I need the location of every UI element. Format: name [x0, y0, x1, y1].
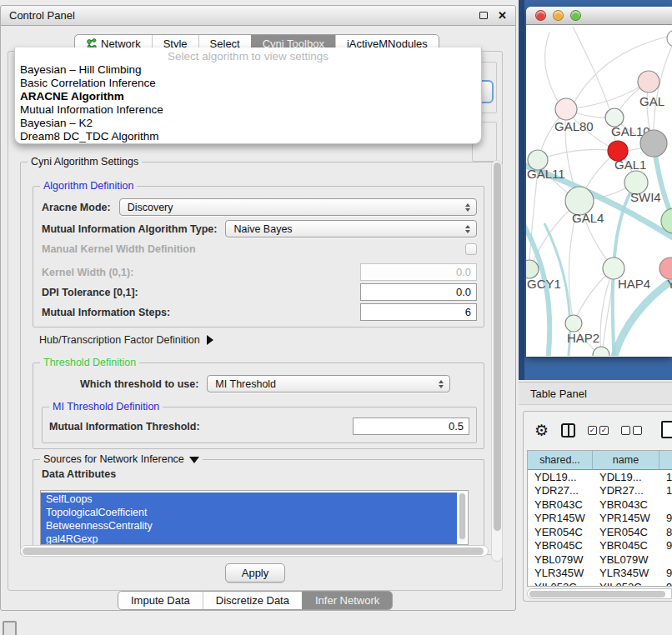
- node-top-partial[interactable]: [667, 30, 672, 47]
- network-edge[interactable]: [573, 27, 609, 109]
- algorithm-option[interactable]: Mutual Information Inference: [15, 103, 481, 117]
- node-gcy1[interactable]: [526, 260, 539, 278]
- data-attributes-list[interactable]: SelfLoopsTopologicalCoefficientBetweenne…: [40, 490, 469, 545]
- network-canvas[interactable]: GALGAL80GAL10GAL1GAL11SWI4GAL4GCY1HAP4YH…: [526, 25, 672, 356]
- attribute-item[interactable]: SelfLoops: [41, 492, 457, 506]
- settings-vertical-scrollbar[interactable]: [491, 160, 503, 562]
- which-threshold-value: MI Threshold: [215, 378, 276, 390]
- algorithm-dropdown-popup: Select algorithm to view settings Bayesi…: [14, 48, 482, 144]
- network-edge[interactable]: [538, 149, 618, 160]
- node-gal-cut-label: GAL: [639, 94, 664, 108]
- columns-icon[interactable]: [561, 423, 575, 438]
- mi-threshold-field[interactable]: 0.5: [353, 418, 469, 435]
- sources-group: Sources for Network Inference Data Attri…: [33, 459, 484, 554]
- table-cell: 13: [659, 470, 672, 484]
- table-horizontal-scrollbar[interactable]: [527, 588, 672, 599]
- attribute-item[interactable]: gal4RGexp: [41, 532, 457, 545]
- threshold-definition-group: Threshold Definition Which threshold to …: [33, 362, 484, 449]
- node-gcy1-label: GCY1: [527, 277, 561, 291]
- tab-impute-data[interactable]: Impute Data: [118, 592, 203, 609]
- select-columns-icon[interactable]: ✓✓: [588, 426, 609, 435]
- cyni-algorithm-settings-group: Cyni Algorithm Settings Algorithm Defini…: [20, 162, 495, 555]
- table-header-cell[interactable]: name: [593, 451, 659, 470]
- node-hap2[interactable]: [565, 315, 582, 332]
- mi-algorithm-type-combobox[interactable]: Naive Bayes: [225, 220, 477, 238]
- table-cell: 12: [659, 484, 672, 498]
- algorithm-option[interactable]: Dream8 DC_TDC Algorithm: [15, 130, 481, 143]
- deselect-columns-icon[interactable]: [621, 426, 642, 435]
- table-row[interactable]: YDL19...YDL19...13: [528, 470, 672, 484]
- float-window-icon[interactable]: [479, 12, 488, 19]
- zoom-traffic-light-icon[interactable]: [570, 10, 581, 21]
- table-cell: [659, 498, 672, 512]
- table-row[interactable]: YER054CYER054C8.: [528, 525, 672, 539]
- table-cell: YDL19...: [593, 470, 659, 484]
- network-edge[interactable]: [654, 38, 672, 143]
- table-panel-body: ⚙ ✓✓ shared...name YDL19...YDL19...13YDR…: [523, 411, 672, 602]
- aracne-mode-combobox[interactable]: Discovery: [119, 198, 477, 216]
- node-table[interactable]: shared...name YDL19...YDL19...13YDR27...…: [527, 450, 672, 587]
- minimize-traffic-light-icon[interactable]: [553, 10, 564, 21]
- tab-discretize-data[interactable]: Discretize Data: [203, 592, 302, 609]
- close-icon[interactable]: ✕: [498, 9, 507, 22]
- table-row[interactable]: YBL079WYBL079W: [528, 552, 672, 567]
- algorithm-option[interactable]: ARACNE Algorithm: [15, 90, 481, 103]
- table-cell: YBL079W: [528, 552, 593, 567]
- expander-arrow-icon: [207, 335, 213, 345]
- node-bottom-partial[interactable]: [593, 347, 609, 356]
- which-threshold-combobox[interactable]: MI Threshold: [207, 375, 450, 392]
- table-row[interactable]: YPR145WYPR145W9.: [528, 512, 672, 526]
- cyni-bottom-tabs: Impute DataDiscretize DataInfer Network: [118, 591, 393, 610]
- mi-threshold-group-title: MI Threshold Definition: [49, 401, 163, 412]
- dpi-tolerance-field[interactable]: 0.0: [360, 283, 477, 301]
- table-header-cell[interactable]: [659, 451, 672, 470]
- attribute-item[interactable]: BetweennessCentrality: [41, 519, 457, 532]
- kernel-width-field: 0.0: [360, 263, 477, 281]
- minimized-panel-icon[interactable]: [3, 621, 17, 635]
- which-threshold-label: Which threshold to use:: [80, 378, 198, 390]
- table-row[interactable]: YBR045CYBR045C9.: [528, 539, 672, 553]
- manual-kernel-width-label: Manual Kernel Width Definition: [42, 243, 196, 255]
- apply-button[interactable]: Apply: [225, 563, 285, 582]
- table-cell: YDR27...: [593, 484, 659, 498]
- table-cell: YER054C: [593, 525, 659, 539]
- aracne-mode-label: Aracne Mode:: [42, 202, 111, 213]
- node-gal4-label: GAL4: [572, 211, 604, 225]
- algorithm-option[interactable]: Bayesian – Hill Climbing: [15, 63, 481, 77]
- sources-group-title: Sources for Network Inference: [40, 453, 203, 465]
- screen: { "window": { "title": "Control Panel" }…: [0, 0, 672, 635]
- manual-kernel-width-checkbox[interactable]: [465, 243, 477, 255]
- control-panel-titlebar: Control Panel ✕: [1, 6, 515, 26]
- mi-steps-field[interactable]: 6: [360, 303, 477, 321]
- list-scrollbar[interactable]: [459, 492, 466, 542]
- table-cell: YLR345W: [528, 567, 593, 581]
- mi-threshold-label: Mutual Information Threshold:: [49, 421, 200, 432]
- export-table-icon[interactable]: [661, 421, 672, 438]
- table-header-cell[interactable]: shared...: [528, 451, 593, 470]
- algorithm-option[interactable]: Basic Correlation Inference: [15, 77, 481, 90]
- table-row[interactable]: YLR345WYLR345W9.: [528, 567, 672, 581]
- algorithm-option[interactable]: Bayesian – K2: [15, 117, 481, 130]
- table-panel-titlebar: Table Panel: [519, 382, 672, 405]
- close-traffic-light-icon[interactable]: [535, 10, 546, 21]
- attribute-item[interactable]: TopologicalCoefficient: [41, 506, 457, 519]
- settings-horizontal-scrollbar[interactable]: [20, 545, 489, 557]
- node-gal-cut[interactable]: [638, 71, 659, 92]
- hub-definition-expander[interactable]: Hub/Transcription Factor Definition: [39, 334, 213, 346]
- table-row[interactable]: YDR27...YDR27...12: [528, 484, 672, 498]
- table-row[interactable]: YIL052CYIL052C9: [528, 580, 672, 587]
- node-hap2-label: HAP2: [567, 331, 599, 345]
- data-attributes-label: Data Attributes: [42, 468, 116, 480]
- node-gal80[interactable]: [555, 98, 577, 120]
- control-panel-title: Control Panel: [9, 9, 75, 22]
- gear-icon[interactable]: ⚙: [534, 422, 549, 438]
- table-cell: 9: [659, 580, 672, 587]
- table-row[interactable]: YBR043CYBR043C: [528, 498, 672, 512]
- table-cell: YIL052C: [593, 580, 659, 587]
- table-cell: YDR27...: [528, 484, 593, 498]
- dpi-tolerance-label: DPI Tolerance [0,1]:: [42, 287, 138, 298]
- tab-infer-network[interactable]: Infer Network: [302, 592, 392, 609]
- table-rows: YDL19...YDL19...13YDR27...YDR27...12YBR0…: [528, 470, 672, 587]
- network-edge[interactable]: [545, 32, 558, 102]
- node-gray[interactable]: [640, 130, 667, 157]
